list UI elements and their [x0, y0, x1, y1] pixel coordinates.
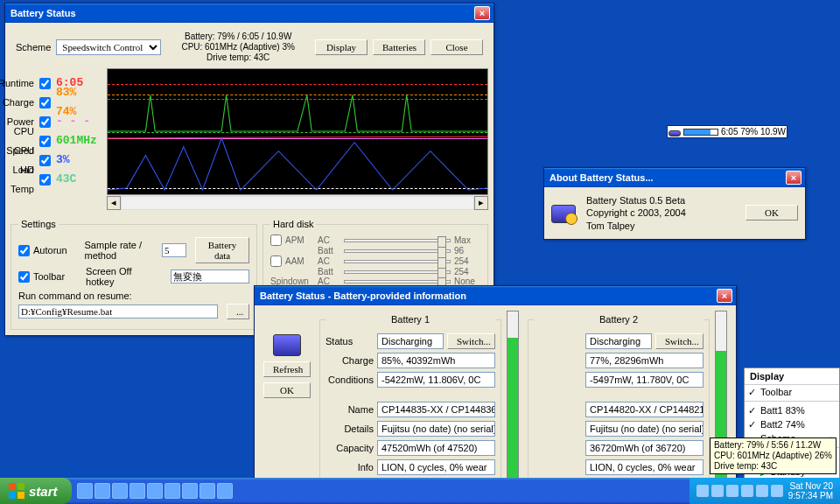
b2-switch-button[interactable]: Switch...	[655, 333, 704, 349]
graph-scrollbar[interactable]: ◂ ▸	[107, 196, 488, 210]
toolbar-checkbox[interactable]: Toolbar	[18, 271, 65, 283]
svg-rect-2	[9, 492, 16, 499]
menu-toolbar[interactable]: Toolbar	[745, 385, 839, 399]
b1-charge: 85%, 40392mWh	[377, 353, 495, 368]
b2-conditions: -5497mW, 11.780V, 0C	[585, 372, 704, 388]
b1-details: Fujitsu (no date) (no serial)	[377, 421, 495, 437]
apm-checkbox[interactable]: APM	[270, 234, 314, 246]
resume-command-input[interactable]	[18, 304, 218, 318]
ql-icon[interactable]	[94, 483, 110, 499]
b1-switch-button[interactable]: Switch...	[447, 333, 495, 349]
aam-ac-slider[interactable]	[344, 260, 451, 263]
ql-icon[interactable]	[217, 483, 233, 499]
cpuload-checkbox[interactable]	[39, 155, 51, 166]
start-button[interactable]: start	[0, 478, 72, 504]
runtime-checkbox[interactable]	[39, 78, 51, 89]
ql-icon[interactable]	[77, 483, 93, 499]
titlebar[interactable]: Battery Status - Battery-provided inform…	[255, 286, 736, 305]
titlebar[interactable]: About Battery Status... ×	[544, 168, 805, 187]
close-icon[interactable]: ×	[717, 289, 732, 303]
spin-ac-slider[interactable]	[344, 280, 451, 284]
aam-checkbox[interactable]: AAM	[270, 256, 314, 267]
titlebar[interactable]: Battery Status ×	[5, 4, 494, 23]
settings-group: Settings Autorun Sample rate / method Ba…	[10, 219, 257, 330]
sample-rate-input[interactable]	[162, 243, 186, 257]
battery-data-button[interactable]: Battery data	[195, 237, 249, 263]
browse-button[interactable]: ...	[227, 304, 249, 319]
system-tray: Sat Nov 209:57:34 PM	[690, 478, 840, 504]
hdtemp-value: 43C	[56, 170, 100, 189]
window-title: Battery Status	[10, 8, 474, 18]
display-button[interactable]: Display	[315, 39, 368, 55]
windows-logo-icon	[9, 483, 24, 499]
tray-icon[interactable]	[756, 485, 768, 497]
tray-icon[interactable]	[711, 485, 724, 497]
cpuspeed-checkbox[interactable]	[39, 136, 51, 147]
battery-icon	[668, 128, 681, 136]
about-ok-button[interactable]: OK	[746, 205, 798, 220]
ql-icon[interactable]	[147, 483, 163, 499]
battery-info-window: Battery Status - Battery-provided inform…	[254, 285, 737, 491]
power-checkbox[interactable]	[39, 116, 51, 128]
refresh-button[interactable]: Refresh	[263, 361, 311, 377]
b2-capacity: 36720mWh (of 36720)	[585, 440, 704, 456]
tray-icon[interactable]	[741, 485, 753, 497]
batteries-button[interactable]: Batteries	[373, 39, 425, 55]
b2-info: LION, 0 cycles, 0% wear	[585, 459, 704, 475]
scroll-left-icon[interactable]: ◂	[107, 196, 121, 210]
apm-ac-slider[interactable]	[344, 239, 451, 242]
scroll-right-icon[interactable]: ▸	[474, 196, 488, 210]
apm-batt-slider[interactable]	[344, 249, 451, 253]
aam-batt-slider[interactable]	[344, 270, 451, 274]
menu-batt2[interactable]: Batt2 74%	[745, 417, 839, 431]
mini-toolbar[interactable]: 6:05 79% 10.9W	[667, 125, 788, 138]
scheme-select[interactable]: Speedswitch Control	[56, 39, 161, 55]
ql-icon[interactable]	[130, 483, 145, 499]
ql-icon[interactable]	[200, 483, 215, 499]
mini-charge-bar	[683, 129, 718, 136]
autorun-checkbox[interactable]: Autorun	[18, 245, 67, 256]
tray-icon[interactable]	[696, 485, 709, 497]
ql-icon[interactable]	[164, 483, 180, 499]
menu-batt1[interactable]: Batt1 83%	[745, 403, 839, 417]
svg-rect-3	[18, 492, 24, 499]
b1-status: Discharging	[377, 333, 444, 349]
b1-name: CP144835-XX / CP144836-XX	[377, 402, 495, 417]
battery-icon	[551, 202, 576, 223]
b1-conditions: -5422mW, 11.806V, 0C	[377, 372, 495, 388]
ql-icon[interactable]	[112, 483, 128, 499]
ok-button[interactable]: OK	[263, 382, 311, 398]
tray-icon[interactable]	[771, 485, 783, 497]
charge-checkbox[interactable]	[39, 97, 51, 108]
ql-icon[interactable]	[182, 483, 198, 499]
clock[interactable]: Sat Nov 209:57:34 PM	[788, 481, 833, 500]
close-icon[interactable]: ×	[786, 171, 802, 185]
tray-tooltip: Battery: 79% / 5:56 / 11.2WCPU: 601MHz (…	[710, 438, 836, 474]
gear-icon	[565, 213, 578, 225]
window-title: Battery Status - Battery-provided inform…	[260, 290, 717, 301]
battery-icon	[273, 332, 301, 356]
svg-rect-0	[9, 483, 16, 490]
close-button[interactable]: Close	[430, 39, 483, 55]
about-text: Battery Status 0.5 BetaCopyright c 2003,…	[586, 194, 735, 232]
cpuload-value: 3%	[56, 150, 100, 170]
b1-capacity: 47520mWh (of 47520)	[377, 440, 495, 456]
status-summary: Battery: 79% / 6:05 / 10.9W CPU: 601MHz …	[166, 32, 310, 63]
tray-menu: Display Toolbar Batt1 83% Batt2 74% Sche…	[744, 368, 840, 495]
hdtemp-checkbox[interactable]	[39, 174, 51, 186]
b2-details: Fujitsu (no date) (no serial)	[585, 421, 704, 437]
scheme-label: Scheme	[16, 42, 51, 52]
b2-status: Discharging	[585, 333, 652, 349]
screenoff-hotkey-input[interactable]	[171, 270, 249, 284]
battery-1-group: Battery 1 StatusDischargingSwitch... Cha…	[319, 314, 501, 485]
mini-text: 6:05 79% 10.9W	[721, 127, 786, 136]
b2-charge: 77%, 28296mWh	[585, 353, 704, 368]
cpuspeed-value: 601MHz	[56, 131, 100, 150]
window-title: About Battery Status...	[550, 172, 786, 183]
close-icon[interactable]: ×	[474, 6, 490, 20]
about-window: About Battery Status... × Battery Status…	[543, 167, 806, 240]
metrics-graph	[107, 68, 488, 195]
quick-launch	[72, 483, 238, 499]
battery-2-group: Battery 2 xDischargingSwitch... 77%, 282…	[528, 314, 710, 485]
tray-icon[interactable]	[726, 485, 738, 497]
